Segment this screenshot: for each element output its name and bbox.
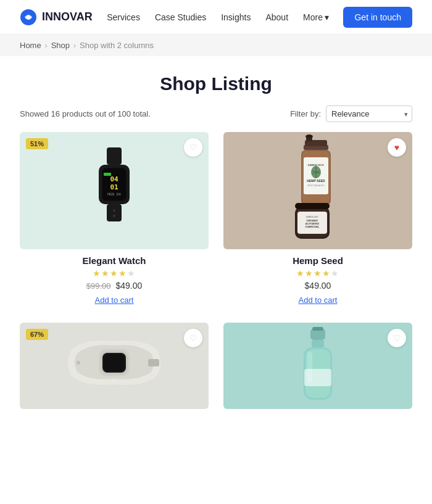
product-info-2: Hemp Seed ★★★★★ $49.00 Add to cart: [223, 249, 412, 308]
discount-badge-1: 51%: [26, 138, 48, 149]
svg-rect-48: [304, 369, 331, 386]
product-image-1: 04 01 MON 04: [20, 132, 209, 249]
star-5: ★: [127, 268, 136, 278]
svg-point-16: [305, 134, 313, 138]
svg-text:04: 04: [110, 175, 118, 183]
watch-svg: 04 01 MON 04: [83, 144, 145, 237]
product-image-wrap-2: ♥ ERBOLOGY: [223, 132, 412, 249]
filter-controls: Filter by: Relevance Price: Low to High …: [290, 105, 412, 122]
product-price-1: $99.00 $49.00: [22, 281, 206, 291]
product-image-wrap-4: ♡: [223, 323, 412, 409]
product-image-2: ERBOLOGY HEMP SEED BODY BALANCE ERBOLOGY: [223, 132, 412, 249]
product-image-wrap-1: 51% ♡ 04 01 MON: [20, 132, 209, 249]
wishlist-btn-3[interactable]: ♡: [184, 329, 202, 347]
star-2-4: ★: [322, 268, 331, 278]
filter-select[interactable]: Relevance Price: Low to High Price: High…: [326, 105, 412, 122]
svg-point-1: [27, 15, 30, 19]
nav-about[interactable]: About: [265, 12, 288, 22]
chevron-down-icon: ▾: [325, 12, 329, 22]
svg-text:BODY BALANCE: BODY BALANCE: [307, 184, 325, 187]
star-2-3: ★: [314, 268, 322, 278]
star-2-1: ★: [296, 268, 305, 278]
breadcrumb-sep-1: ›: [45, 41, 48, 50]
product-image-wrap-3: 67% ♡: [20, 323, 209, 409]
svg-rect-9: [104, 173, 111, 176]
svg-text:01: 01: [110, 183, 118, 191]
svg-text:ERBOLOGY: ERBOLOGY: [306, 216, 318, 218]
star-3: ★: [110, 268, 118, 278]
get-in-touch-button[interactable]: Get in touch: [343, 7, 412, 28]
product-name-1: Elegant Watch: [22, 255, 206, 266]
svg-rect-34: [295, 203, 330, 209]
star-2-5: ★: [331, 268, 339, 278]
page-header: Shop Listing: [0, 56, 432, 105]
price-current-2: $49.00: [305, 281, 331, 291]
hemp-svg: ERBOLOGY HEMP SEED BODY BALANCE ERBOLOGY: [278, 134, 358, 248]
product-name-2: Hemp Seed: [226, 255, 410, 266]
product-price-2: $49.00: [226, 281, 410, 291]
svg-rect-41: [148, 359, 159, 366]
bottle-svg: [290, 326, 346, 406]
price-original-1: $99.00: [86, 281, 111, 291]
navbar: INNOVAR Services Case Studies Insights A…: [0, 0, 432, 35]
nav-links: Services Case Studies Insights About Mor…: [107, 12, 329, 23]
breadcrumb-current: Shop with 2 columns: [80, 41, 154, 50]
svg-text:HEMP SEED: HEMP SEED: [307, 179, 325, 183]
nav-more[interactable]: More ▾: [303, 12, 329, 22]
product-card-4: ♡: [223, 323, 412, 409]
discount-badge-3: 67%: [26, 329, 48, 340]
brand-logo[interactable]: INNOVAR: [20, 9, 93, 26]
product-card-3: 67% ♡: [20, 323, 209, 409]
svg-point-11: [113, 209, 115, 212]
filter-select-wrap: Relevance Price: Low to High Price: High…: [326, 105, 412, 122]
heart-icon-4: ♡: [393, 333, 401, 343]
svg-rect-38: [104, 354, 125, 371]
star-2-2: ★: [305, 268, 314, 278]
nav-case-studies[interactable]: Case Studies: [155, 12, 206, 22]
star-2: ★: [101, 268, 110, 278]
svg-rect-10: [107, 204, 122, 221]
strap-svg: [65, 332, 164, 400]
product-stars-1: ★★★★★: [22, 268, 206, 278]
breadcrumb: Home › Shop › Shop with 2 columns: [0, 35, 432, 56]
svg-rect-44: [312, 340, 324, 347]
product-grid: 51% ♡ 04 01 MON: [0, 132, 432, 429]
product-image-4: [223, 323, 412, 409]
product-info-1: Elegant Watch ★★★★★ $99.00 $49.00 Add to…: [20, 249, 209, 308]
svg-point-39: [77, 361, 80, 365]
wishlist-btn-2[interactable]: ♥: [388, 138, 406, 157]
product-stars-2: ★★★★★: [226, 268, 410, 278]
wishlist-btn-4[interactable]: ♡: [388, 329, 406, 347]
filter-label: Filter by:: [290, 109, 321, 118]
brand-name: INNOVAR: [42, 10, 93, 23]
star-1: ★: [93, 268, 101, 278]
svg-rect-43: [312, 327, 323, 331]
breadcrumb-sep-2: ›: [73, 41, 76, 50]
nav-insights[interactable]: Insights: [221, 12, 251, 22]
heart-icon-2: ♥: [394, 143, 399, 152]
logo-icon: [20, 9, 37, 26]
product-card-1: 51% ♡ 04 01 MON: [20, 132, 209, 308]
svg-text:CHARCOAL: CHARCOAL: [305, 225, 320, 228]
svg-rect-2: [107, 147, 122, 165]
svg-point-12: [113, 215, 115, 217]
star-4: ★: [118, 268, 127, 278]
heart-icon-3: ♡: [189, 333, 197, 343]
nav-services[interactable]: Services: [107, 12, 140, 22]
heart-icon-1: ♡: [189, 143, 197, 152]
svg-text:MON 04: MON 04: [107, 192, 121, 196]
add-to-cart-btn-2[interactable]: Add to cart: [299, 295, 338, 305]
breadcrumb-home[interactable]: Home: [20, 41, 41, 50]
filter-row: Showed 16 products out of 100 total. Fil…: [0, 105, 432, 132]
price-current-1: $49.00: [115, 281, 142, 291]
breadcrumb-shop[interactable]: Shop: [51, 41, 70, 50]
product-card-2: ♥ ERBOLOGY: [223, 132, 412, 308]
wishlist-btn-1[interactable]: ♡: [184, 138, 202, 157]
page-title: Shop Listing: [20, 73, 412, 94]
product-count: Showed 16 products out of 100 total.: [20, 109, 151, 118]
add-to-cart-btn-1[interactable]: Add to cart: [95, 295, 134, 305]
